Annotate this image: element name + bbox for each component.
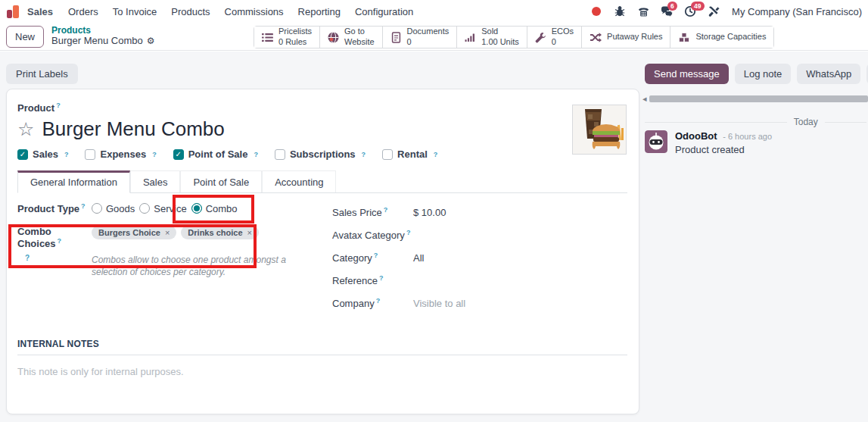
checkbox-unchecked-icon[interactable]	[275, 149, 285, 160]
help-mark[interactable]: ?	[25, 254, 92, 262]
activity-clock-icon[interactable]: 49	[683, 5, 697, 18]
help-mark[interactable]: ?	[58, 237, 62, 245]
combo-choices-row: Combo Choices? Burgers Choice × Drinks c…	[17, 226, 324, 249]
radio-selected-icon[interactable]	[191, 203, 202, 214]
menu-reporting[interactable]: Reporting	[298, 6, 341, 17]
record-icon[interactable]	[590, 5, 603, 18]
breadcrumb-current: Burger Menu Combo	[51, 36, 143, 47]
menu-configuration[interactable]: Configuration	[355, 6, 413, 17]
debug-tools-icon[interactable]	[707, 5, 720, 18]
checkbox-subscriptions[interactable]: Subscriptions?	[275, 148, 366, 160]
product-type-radio-group: Goods Service Combo	[92, 203, 242, 214]
radio-unselected-icon[interactable]	[92, 203, 102, 214]
checkbox-expenses[interactable]: Expenses?	[85, 148, 156, 160]
phone-icon[interactable]	[636, 5, 650, 18]
documents-icon	[390, 32, 402, 43]
tab-accounting[interactable]: Accounting	[262, 170, 336, 192]
stat-label: Putaway Rules	[607, 32, 662, 41]
company-switcher[interactable]: My Company (San Francisco)	[732, 6, 862, 17]
message-author[interactable]: OdooBot	[675, 130, 717, 142]
product-section-label: Product?	[17, 102, 627, 114]
menu-commissions[interactable]: Commissions	[225, 6, 284, 17]
field-sales-price: Sales Price? $ 10.00	[332, 205, 620, 219]
radio-label: Service	[154, 203, 186, 214]
radio-service[interactable]: Service	[139, 203, 186, 214]
tag-remove-icon[interactable]: ×	[165, 228, 170, 237]
radio-goods[interactable]: Goods	[92, 203, 135, 214]
help-mark[interactable]: ?	[434, 151, 438, 158]
help-mark[interactable]: ?	[81, 202, 86, 210]
radio-combo[interactable]: Combo	[191, 203, 238, 214]
gear-icon[interactable]: ⚙	[147, 36, 155, 47]
help-mark[interactable]: ?	[384, 206, 388, 214]
tag-burgers-choice[interactable]: Burgers Choice ×	[92, 226, 176, 239]
checkbox-point-of-sale[interactable]: ✓ Point of Sale?	[173, 148, 258, 160]
help-mark[interactable]: ?	[152, 151, 157, 158]
stat-button-pricelists[interactable]: Pricelists0 Rules	[254, 27, 320, 48]
help-mark[interactable]: ?	[64, 151, 69, 158]
help-mark[interactable]: ?	[376, 297, 381, 305]
radio-label: Goods	[106, 203, 135, 214]
ecos-icon	[535, 32, 546, 43]
send-message-button[interactable]: Send message	[645, 64, 729, 84]
product-image[interactable]	[572, 105, 627, 155]
bug-icon[interactable]	[613, 5, 627, 18]
tab-general-information[interactable]: General Information	[17, 170, 130, 193]
tag-remove-icon[interactable]: ×	[247, 228, 252, 237]
favorite-star-icon[interactable]: ☆	[17, 120, 34, 139]
pricelists-icon	[262, 32, 273, 43]
company-input[interactable]: Visible to all	[413, 298, 465, 309]
menu-to-invoice[interactable]: To Invoice	[113, 6, 157, 17]
stat-button-documents[interactable]: Documents0	[383, 27, 458, 48]
menu-products[interactable]: Products	[171, 6, 210, 17]
help-mark[interactable]: ?	[254, 151, 258, 158]
checkbox-rental[interactable]: Rental?	[382, 148, 437, 160]
scroll-left-icon[interactable]: ◂	[642, 94, 647, 104]
help-mark[interactable]: ?	[56, 102, 61, 109]
product-title-input[interactable]: Burger Menu Combo	[42, 117, 224, 141]
radio-unselected-icon[interactable]	[139, 203, 150, 214]
control-panel: New Products Burger Menu Combo ⚙ Priceli…	[0, 23, 868, 51]
page-background: Print Labels Product? ☆ Burger Menu Comb…	[0, 52, 868, 422]
stat-button-storage-capacities[interactable]: Storage Capacities	[670, 27, 773, 48]
checkbox-sales[interactable]: ✓ Sales?	[17, 148, 68, 160]
stat-button-putaway-rules[interactable]: Putaway Rules	[582, 27, 670, 48]
field-label: Company?	[332, 297, 413, 309]
print-labels-button[interactable]: Print Labels	[6, 64, 78, 84]
field-category: Category? All	[332, 251, 620, 264]
stat-button-group: Pricelists0 Rules Go toWebsite Documents…	[254, 26, 774, 48]
category-input[interactable]: All	[413, 252, 424, 264]
internal-notes-input[interactable]: This note is only for internal purposes.	[17, 366, 627, 377]
field-label: Category?	[332, 252, 413, 264]
messages-icon[interactable]: 6	[660, 5, 674, 18]
stat-label: Storage Capacities	[695, 32, 766, 41]
combo-choices-tags: Burgers Choice × Drinks choice ×	[92, 226, 259, 239]
stat-button-go-to-website[interactable]: Go toWebsite	[320, 27, 383, 48]
help-mark[interactable]: ?	[362, 151, 366, 158]
tab-sales[interactable]: Sales	[130, 170, 181, 192]
stat-value: 0 Rules	[278, 37, 306, 46]
checkbox-unchecked-icon[interactable]	[382, 149, 393, 160]
chatter-scrollbar[interactable]: ◂	[642, 94, 868, 104]
checkbox-checked-icon[interactable]: ✓	[173, 149, 184, 160]
sales-app-icon[interactable]	[6, 5, 20, 18]
whatsapp-button[interactable]: WhatsApp	[797, 64, 860, 84]
odoobot-avatar[interactable]	[645, 130, 667, 153]
breadcrumb-products-link[interactable]: Products	[51, 26, 154, 36]
tab-point-of-sale[interactable]: Point of Sale	[180, 170, 262, 192]
stat-button-sold[interactable]: Sold1.00 Units	[457, 27, 527, 48]
new-button[interactable]: New	[6, 26, 44, 48]
sales-price-input[interactable]: $ 10.00	[413, 207, 446, 218]
checkbox-unchecked-icon[interactable]	[85, 149, 95, 160]
menu-orders[interactable]: Orders	[68, 6, 98, 17]
tag-drinks-choice[interactable]: Drinks choice ×	[181, 226, 259, 239]
app-name[interactable]: Sales	[27, 6, 53, 17]
help-mark[interactable]: ?	[379, 274, 384, 282]
stat-button-ecos[interactable]: ECOs0	[527, 27, 582, 48]
checkbox-checked-icon[interactable]: ✓	[17, 149, 28, 160]
stat-label: ECOs	[552, 27, 574, 36]
scrollbar-track[interactable]	[649, 95, 868, 102]
help-mark[interactable]: ?	[406, 229, 411, 236]
log-note-button[interactable]: Log note	[735, 64, 792, 84]
help-mark[interactable]: ?	[374, 252, 378, 259]
